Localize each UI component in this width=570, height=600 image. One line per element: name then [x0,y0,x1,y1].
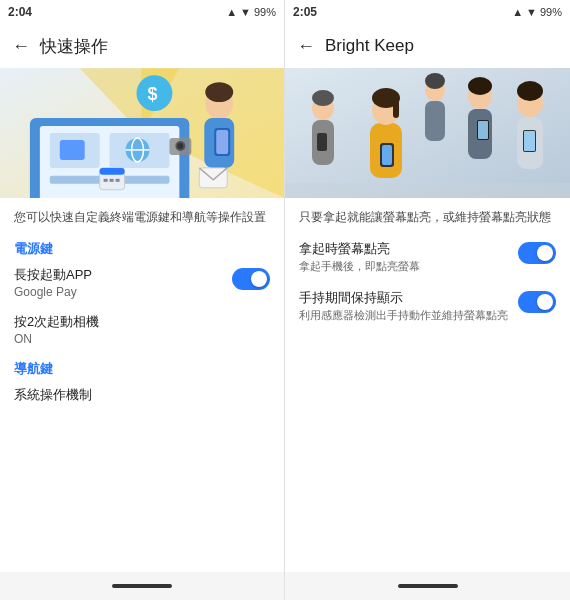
svg-rect-43 [478,121,488,139]
svg-point-45 [517,81,543,101]
battery-icon: 99% [254,6,276,18]
setting-item-hold-screen: 手持期間保持顯示 利用感應器檢測出手持動作並維持螢幕點亮 [299,289,556,324]
setting-row-1: 長按起動APP Google Pay [14,266,270,299]
svg-point-16 [205,82,233,102]
page-title-left: 快速操作 [40,35,108,58]
top-bar-left: ← 快速操作 [0,24,284,68]
setting-label-1: 長按起動APP [14,266,224,284]
svg-rect-24 [104,179,108,182]
section-power: 電源鍵 [14,240,270,258]
toggle-knob-r1 [537,245,553,261]
time-right: 2:05 [293,5,317,19]
svg-text:$: $ [147,84,157,104]
hero-image-right [285,68,570,198]
svg-rect-23 [100,168,125,175]
signal-icon-right: ▲ [512,6,523,18]
toggle-long-press[interactable] [232,268,270,290]
setting-label-nav: 系統操作機制 [14,386,270,404]
setting-label-r2: 手持期間保持顯示 [299,289,510,307]
right-panel: 2:05 ▲ ▼ 99% ← Bright Keep [285,0,570,600]
setting-row-2: 按2次起動相機 ON [14,313,270,346]
left-panel: 2:04 ▲ ▼ 99% ← 快速操作 [0,0,285,600]
setting-label-r1: 拿起時螢幕點亮 [299,240,510,258]
wifi-icon: ▼ [240,6,251,18]
toggle-knob-r2 [537,294,553,310]
bottom-bar-left [0,572,284,600]
setting-sub-r1: 拿起手機後，即點亮螢幕 [299,259,510,274]
back-button-left[interactable]: ← [12,36,30,57]
bottom-bar-right [285,572,570,600]
section-nav: 導航鍵 [14,360,270,378]
content-left: 您可以快速自定義終端電源鍵和導航等操作設置 電源鍵 長按起動APP Google… [0,198,284,572]
setting-text-r1: 拿起時螢幕點亮 拿起手機後，即點亮螢幕 [299,240,510,275]
status-bar-right: 2:05 ▲ ▼ 99% [285,0,570,24]
description-right: 只要拿起就能讓螢幕點亮，或維持螢幕點亮狀態 [299,208,556,226]
setting-row-r1: 拿起時螢幕點亮 拿起手機後，即點亮螢幕 [299,240,556,275]
setting-item-long-press: 長按起動APP Google Pay [14,266,270,299]
svg-rect-48 [524,131,535,151]
content-right: 只要拿起就能讓螢幕點亮，或維持螢幕點亮狀態 拿起時螢幕點亮 拿起手機後，即點亮螢… [285,198,570,572]
svg-rect-34 [382,145,392,165]
svg-point-36 [312,90,334,106]
setting-value-2: ON [14,332,270,346]
setting-text-1: 長按起動APP Google Pay [14,266,224,299]
svg-rect-8 [60,140,85,160]
setting-text-2: 按2次起動相機 ON [14,313,270,346]
bottom-indicator-right [398,584,458,588]
status-left: 2:04 [8,5,32,19]
setting-row-r2: 手持期間保持顯示 利用感應器檢測出手持動作並維持螢幕點亮 [299,289,556,324]
page-title-right: Bright Keep [325,36,414,56]
svg-rect-26 [116,179,120,182]
nav-section: 導航鍵 系統操作機制 [14,360,270,404]
setting-text-r2: 手持期間保持顯示 利用感應器檢測出手持動作並維持螢幕點亮 [299,289,510,324]
time-left: 2:04 [8,5,32,19]
wifi-icon-right: ▼ [526,6,537,18]
status-right-right: ▲ ▼ 99% [512,6,562,18]
status-left-right: 2:05 [293,5,317,19]
bottom-indicator-left [112,584,172,588]
hero-image-left: $ [0,68,284,198]
setting-item-nav: 系統操作機制 [14,386,270,404]
setting-item-double-press: 按2次起動相機 ON [14,313,270,346]
svg-rect-32 [393,98,399,118]
svg-rect-19 [216,130,228,154]
toggle-raise-wake[interactable] [518,242,556,264]
description-left: 您可以快速自定義終端電源鍵和導航等操作設置 [14,208,270,226]
status-right-left: ▲ ▼ 99% [226,6,276,18]
signal-icon: ▲ [226,6,237,18]
toggle-knob-1 [251,271,267,287]
top-bar-right: ← Bright Keep [285,24,570,68]
setting-label-2: 按2次起動相機 [14,313,270,331]
toggle-hold-screen[interactable] [518,291,556,313]
svg-rect-38 [317,133,327,151]
battery-icon-right: 99% [540,6,562,18]
setting-value-1: Google Pay [14,285,224,299]
svg-point-14 [177,143,183,149]
svg-point-50 [425,73,445,89]
setting-item-raise-wake: 拿起時螢幕點亮 拿起手機後，即點亮螢幕 [299,240,556,275]
setting-sub-r2: 利用感應器檢測出手持動作並維持螢幕點亮 [299,308,510,323]
back-button-right[interactable]: ← [297,36,315,57]
svg-rect-52 [285,183,570,198]
svg-rect-51 [425,101,445,141]
status-bar-left: 2:04 ▲ ▼ 99% [0,0,284,24]
svg-point-40 [468,77,492,95]
svg-rect-25 [110,179,114,182]
